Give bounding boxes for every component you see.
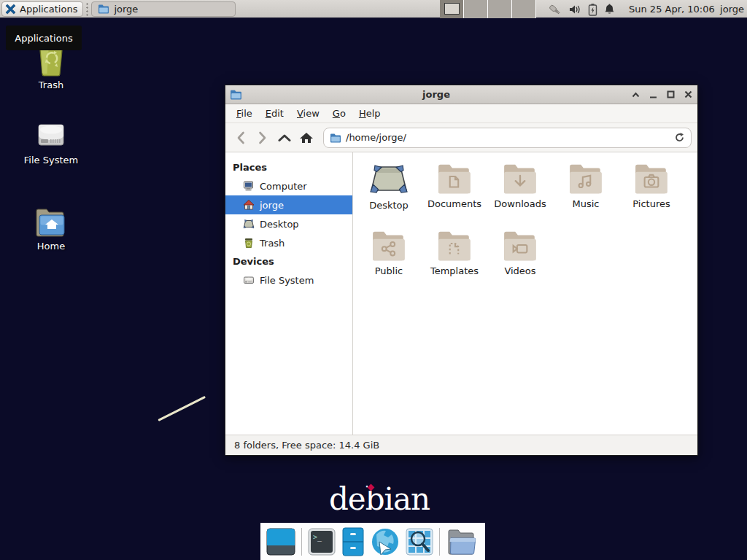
dock-separator: [301, 528, 302, 556]
battery-charging-icon[interactable]: [588, 3, 597, 16]
home-icon: [243, 199, 255, 211]
statusbar: 8 folders, Free space: 14.4 GiB: [225, 435, 697, 455]
power-plug-icon[interactable]: [547, 3, 562, 16]
desktop-icon: [243, 218, 255, 230]
taskbar-window-button[interactable]: jorge: [91, 1, 236, 17]
debian-red-dot: [368, 484, 374, 491]
panel-handle[interactable]: [85, 2, 90, 16]
sidebar-places-header: Places: [225, 158, 352, 176]
app-finder-icon[interactable]: [406, 528, 433, 556]
menu-go[interactable]: Go: [326, 105, 352, 122]
trash-icon: [243, 237, 255, 249]
file-item-documents[interactable]: Documents: [422, 161, 487, 228]
folder-public-icon: [371, 228, 407, 262]
folder-templates-icon: [436, 228, 473, 262]
file-item-downloads[interactable]: Downloads: [487, 161, 553, 228]
shade-button[interactable]: [630, 90, 640, 100]
computer-icon: [243, 180, 255, 192]
window-folder-icon: [230, 89, 242, 100]
file-item-public[interactable]: Public: [356, 228, 422, 295]
workspace-1[interactable]: [440, 0, 464, 18]
workspace-2[interactable]: [464, 0, 488, 18]
file-cabinet-icon[interactable]: [341, 527, 365, 556]
menu-edit[interactable]: Edit: [259, 105, 290, 122]
back-button[interactable]: [231, 128, 250, 147]
folder-music-icon: [568, 161, 604, 195]
applications-menu-button[interactable]: Applications: [1, 1, 83, 17]
up-button[interactable]: [275, 128, 294, 147]
panel-username: jorge: [720, 0, 744, 18]
sidebar-item-jorge[interactable]: jorge: [225, 195, 352, 214]
menu-file[interactable]: File: [230, 105, 259, 122]
folder-window-icon: [98, 4, 109, 14]
location-bar[interactable]: /home/jorge/: [323, 128, 692, 148]
folder-videos-icon: [502, 228, 538, 262]
web-browser-icon[interactable]: [371, 527, 400, 556]
reload-icon[interactable]: [674, 132, 685, 143]
workspace-switcher[interactable]: [440, 0, 536, 18]
applications-tooltip: Applications: [6, 26, 82, 50]
workspace-window-preview: [444, 3, 460, 15]
folder-icon[interactable]: [446, 528, 476, 556]
sidebar-devices-header: Devices: [225, 252, 352, 271]
menu-view[interactable]: View: [290, 105, 326, 122]
desktop-icon-label: Trash: [39, 79, 63, 90]
file-item-desktop[interactable]: Desktop: [356, 161, 422, 228]
hard-drive-icon: [33, 117, 69, 152]
file-item-music[interactable]: Music: [553, 161, 619, 228]
desktop-icon-label: File System: [24, 155, 78, 166]
terminal-icon[interactable]: >_: [308, 528, 336, 556]
notification-bell-icon[interactable]: [604, 3, 615, 15]
window-title: jorge: [242, 89, 630, 100]
forward-button[interactable]: [253, 128, 272, 147]
debian-logo: debian: [321, 481, 438, 517]
toolbar: /home/jorge/: [225, 123, 697, 152]
applications-menu-label: Applications: [20, 4, 77, 15]
drive-icon: [243, 274, 255, 286]
system-tray: [547, 0, 615, 18]
menu-help[interactable]: Help: [352, 105, 387, 122]
desktop-icon-label: Home: [37, 241, 65, 252]
sidebar-item-file-system[interactable]: File System: [225, 271, 352, 289]
desktop-icon-home[interactable]: Home: [11, 206, 91, 252]
sidebar: Places Computer jorge Desktop Trash: [225, 152, 353, 435]
home-folder-icon: [33, 206, 69, 238]
show-desktop-icon[interactable]: [266, 528, 295, 556]
menubar: File Edit View Go Help: [225, 104, 697, 123]
desktop-pad-icon: [368, 161, 409, 196]
dock: >_: [260, 523, 485, 560]
folder-pictures-icon: [633, 161, 670, 195]
file-view: Desktop Documents: [353, 152, 697, 435]
titlebar[interactable]: jorge: [225, 85, 697, 104]
workspace-4[interactable]: [512, 0, 536, 18]
file-item-pictures[interactable]: Pictures: [619, 161, 684, 228]
sidebar-item-computer[interactable]: Computer: [225, 176, 352, 195]
workspace-3[interactable]: [488, 0, 512, 18]
path-folder-icon: [330, 133, 341, 143]
path-text[interactable]: /home/jorge/: [346, 132, 670, 143]
folder-downloads-icon: [502, 161, 538, 195]
maximize-button[interactable]: [665, 90, 676, 100]
xfce-logo-icon: [5, 4, 16, 15]
taskbar-window-label: jorge: [114, 4, 138, 15]
close-button[interactable]: [683, 90, 693, 100]
sidebar-item-trash[interactable]: Trash: [225, 233, 352, 252]
folder-documents-icon: [436, 161, 473, 195]
panel-clock[interactable]: Sun 25 Apr, 10:06: [629, 0, 715, 18]
svg-text:_: _: [317, 533, 322, 542]
desktop-icon-file-system[interactable]: File System: [11, 117, 91, 166]
file-item-videos[interactable]: Videos: [487, 228, 553, 295]
status-text: 8 folders, Free space: 14.4 GiB: [234, 440, 379, 451]
file-item-templates[interactable]: Templates: [422, 228, 487, 295]
file-manager-window: jorge File Edit View Go Help: [225, 85, 698, 456]
scratch-line: [158, 396, 206, 421]
desktop: Applications jorge: [0, 0, 747, 560]
top-panel: Applications jorge: [0, 0, 747, 18]
volume-icon[interactable]: [568, 4, 581, 15]
sidebar-item-desktop[interactable]: Desktop: [225, 214, 352, 233]
dock-separator: [439, 528, 440, 556]
home-button[interactable]: [297, 128, 316, 147]
minimize-button[interactable]: [648, 90, 658, 100]
